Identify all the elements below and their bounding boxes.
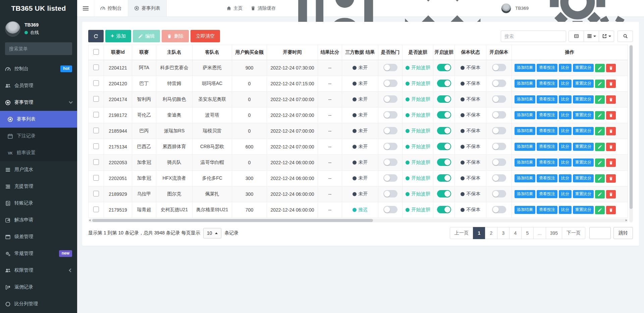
- edit-row-button[interactable]: [595, 159, 605, 167]
- hot-toggle[interactable]: [383, 95, 397, 103]
- baoben-toggle[interactable]: [492, 190, 506, 197]
- delete-row-button[interactable]: [606, 64, 616, 72]
- clear-all-button[interactable]: 立即清空: [191, 30, 220, 42]
- hot-toggle[interactable]: [383, 159, 397, 166]
- delete-row-button[interactable]: [606, 143, 616, 151]
- sidebar-item-score-column-manage[interactable]: 比分列管理: [0, 296, 77, 312]
- view-bets-button[interactable]: 查看投注: [537, 64, 557, 72]
- row-checkbox[interactable]: [93, 175, 99, 181]
- bodan-toggle[interactable]: [437, 159, 451, 166]
- row-checkbox[interactable]: [93, 80, 99, 86]
- prev-page-button[interactable]: 上一页: [450, 227, 473, 239]
- hot-toggle[interactable]: [383, 111, 397, 119]
- hot-toggle[interactable]: [383, 174, 397, 182]
- jump-button[interactable]: 跳转: [613, 227, 633, 239]
- delete-row-button[interactable]: [606, 174, 616, 183]
- sidebar-item-permission-manage[interactable]: 权限管理: [0, 262, 77, 279]
- delete-row-button[interactable]: [606, 80, 616, 88]
- bodan-toggle[interactable]: [437, 127, 451, 134]
- view-bets-button[interactable]: 查看投注: [537, 127, 557, 135]
- view-bets-button[interactable]: 查看投注: [537, 95, 557, 103]
- delete-row-button[interactable]: [606, 127, 616, 135]
- edit-row-button[interactable]: [595, 64, 605, 72]
- row-checkbox[interactable]: [93, 159, 99, 165]
- score-button[interactable]: 比分: [559, 111, 572, 119]
- row-checkbox[interactable]: [93, 96, 99, 102]
- add-result-button[interactable]: 添加结果: [515, 127, 535, 135]
- page-button[interactable]: 1: [473, 227, 485, 239]
- avatar[interactable]: [501, 3, 511, 13]
- add-result-button[interactable]: 添加结果: [515, 206, 535, 214]
- edit-button[interactable]: 编辑: [133, 30, 160, 42]
- score-button[interactable]: 比分: [559, 64, 572, 72]
- reset-score-button[interactable]: 重置比分: [573, 159, 594, 166]
- reset-score-button[interactable]: 重置比分: [573, 127, 594, 135]
- view-bets-button[interactable]: 查看投注: [537, 143, 557, 150]
- detail-view-button[interactable]: [569, 31, 584, 42]
- edit-row-button[interactable]: [595, 95, 605, 104]
- baoben-toggle[interactable]: [492, 159, 506, 166]
- baoben-toggle[interactable]: [492, 206, 506, 213]
- home-link[interactable]: 主页: [226, 5, 243, 11]
- tab-console[interactable]: 控制台: [94, 0, 128, 16]
- vertical-scroll-thumb[interactable]: [630, 45, 633, 209]
- search-submit-button[interactable]: [618, 31, 633, 42]
- add-result-button[interactable]: 添加结果: [515, 174, 535, 182]
- reset-score-button[interactable]: 重置比分: [573, 174, 594, 182]
- jump-page-input[interactable]: [589, 227, 611, 239]
- row-checkbox[interactable]: [93, 128, 99, 133]
- bodan-toggle[interactable]: [437, 174, 451, 182]
- score-button[interactable]: 比分: [559, 95, 572, 103]
- reset-score-button[interactable]: 重置比分: [573, 64, 594, 72]
- reset-score-button[interactable]: 重置比分: [573, 95, 594, 103]
- vertical-scrollbar[interactable]: [629, 45, 633, 222]
- menu-search-input[interactable]: [9, 46, 70, 51]
- topbar-username[interactable]: TB369: [515, 6, 529, 11]
- sidebar-item-match-manage[interactable]: 赛事管理: [0, 94, 77, 111]
- reset-score-button[interactable]: 重置比分: [573, 143, 594, 150]
- hot-toggle[interactable]: [383, 127, 397, 134]
- tab-match-list[interactable]: 赛事列表: [128, 0, 167, 16]
- table-search-input[interactable]: [501, 31, 566, 42]
- reset-score-button[interactable]: 重置比分: [573, 190, 594, 198]
- score-button[interactable]: 比分: [559, 127, 572, 135]
- sidebar-item-match-list[interactable]: 赛事列表: [0, 111, 77, 128]
- sidebar-item-user-flow[interactable]: 用户流水: [0, 161, 77, 178]
- page-ellipsis[interactable]: ...: [533, 227, 546, 239]
- page-button[interactable]: 3: [497, 227, 509, 239]
- sidebar-item-console[interactable]: 控制台hot: [0, 60, 77, 77]
- baoben-toggle[interactable]: [492, 95, 506, 103]
- view-bets-button[interactable]: 查看投注: [537, 174, 557, 182]
- view-bets-button[interactable]: 查看投注: [537, 111, 557, 119]
- baoben-toggle[interactable]: [492, 111, 506, 119]
- sidebar-item-unfreeze-apply[interactable]: 解冻申请: [0, 212, 77, 228]
- sidebar-item-bet-records[interactable]: 下注记录: [0, 128, 77, 144]
- reset-score-button[interactable]: 重置比分: [573, 80, 594, 87]
- add-result-button[interactable]: 添加结果: [515, 190, 535, 198]
- hot-toggle[interactable]: [383, 80, 397, 87]
- delete-row-button[interactable]: [606, 95, 616, 104]
- score-button[interactable]: 比分: [559, 143, 572, 150]
- view-bets-button[interactable]: 查看投注: [537, 159, 557, 166]
- bodan-toggle[interactable]: [437, 80, 451, 87]
- bodan-toggle[interactable]: [437, 64, 451, 71]
- add-result-button[interactable]: 添加结果: [515, 80, 535, 87]
- sidebar-item-transfer-records[interactable]: 转账记录: [0, 195, 77, 212]
- delete-row-button[interactable]: [606, 206, 616, 214]
- sidebar-item-odds-settings[interactable]: VK赔率设置: [0, 144, 77, 161]
- score-button[interactable]: 比分: [559, 174, 572, 182]
- select-all-checkbox[interactable]: [93, 49, 99, 55]
- view-bets-button[interactable]: 查看投注: [537, 80, 557, 87]
- page-button[interactable]: 395: [546, 227, 562, 239]
- hot-toggle[interactable]: [383, 143, 397, 150]
- add-result-button[interactable]: 添加结果: [515, 143, 535, 150]
- page-button[interactable]: 2: [485, 227, 497, 239]
- bodan-toggle[interactable]: [437, 95, 451, 103]
- row-checkbox[interactable]: [93, 64, 99, 70]
- baoben-toggle[interactable]: [492, 80, 506, 87]
- refresh-button[interactable]: [88, 30, 104, 42]
- baoben-toggle[interactable]: [492, 174, 506, 182]
- hot-toggle[interactable]: [383, 64, 397, 71]
- reset-score-button[interactable]: 重置比分: [573, 111, 594, 119]
- horizontal-scroll-thumb[interactable]: [92, 219, 373, 222]
